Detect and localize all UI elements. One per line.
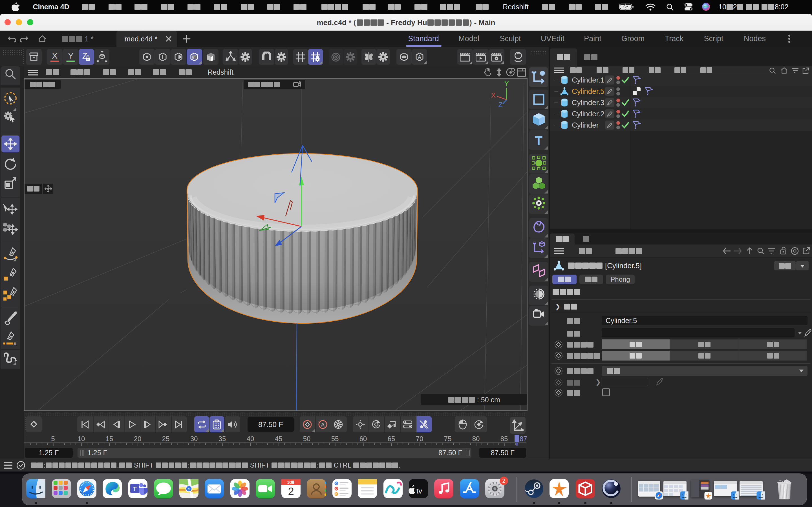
svg-text:A: A bbox=[418, 54, 421, 60]
svg-text:A: A bbox=[321, 422, 324, 428]
svg-text:X: X bbox=[491, 92, 496, 99]
svg-text:2: 2 bbox=[288, 486, 294, 497]
svg-text:Y: Y bbox=[504, 80, 509, 87]
svg-text:T: T bbox=[133, 485, 137, 492]
svg-text:Z: Z bbox=[499, 101, 503, 107]
svg-text:10: 10 bbox=[287, 480, 291, 485]
svg-text:tv: tv bbox=[416, 487, 422, 495]
